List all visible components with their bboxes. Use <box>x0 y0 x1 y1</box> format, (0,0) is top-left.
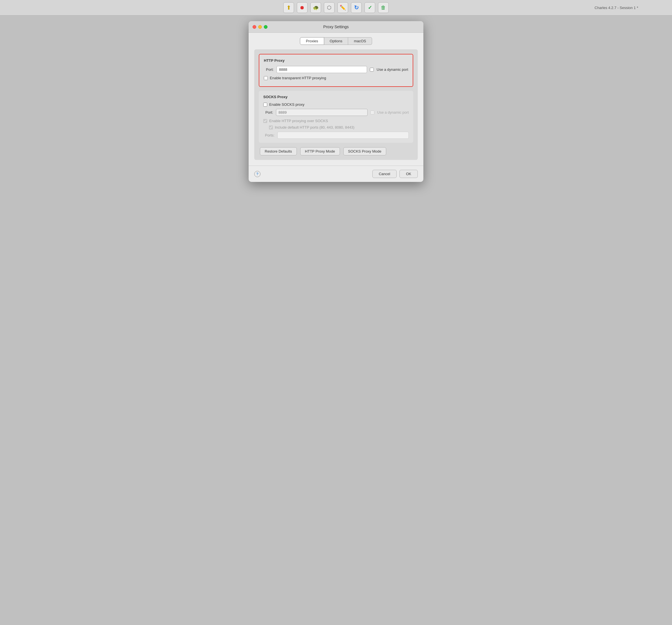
socks-port-label: Port: <box>263 110 273 115</box>
socks-proxy-section: SOCKS Proxy Enable SOCKS proxy Port: Use… <box>259 91 413 143</box>
http-transparent-label: Enable transparent HTTP proxying <box>270 76 326 80</box>
socks-http-over-socks-row: Enable HTTP proxying over SOCKS <box>263 119 409 123</box>
socks-http-over-socks-checkbox[interactable] <box>263 119 267 123</box>
dialog-titlebar: Proxy Settings <box>248 21 424 33</box>
socks-ports-input[interactable] <box>278 132 409 139</box>
socks-proxy-label: SOCKS Proxy <box>263 95 409 99</box>
throttle-button[interactable]: 🐢 <box>310 2 321 13</box>
socks-port-input[interactable] <box>276 109 367 116</box>
socks-dynamic-port-checkbox[interactable] <box>370 111 374 115</box>
window-controls <box>253 25 267 29</box>
window-maximize-button[interactable] <box>264 25 267 29</box>
tab-options[interactable]: Options <box>324 37 349 45</box>
socks-dynamic-port-label: Use a dynamic port <box>377 110 409 115</box>
http-dynamic-port-label: Use a dynamic port <box>377 67 408 72</box>
socks-enable-row: Enable SOCKS proxy <box>263 102 409 107</box>
footer-actions: Cancel OK <box>373 170 418 178</box>
http-transparent-row: Enable transparent HTTP proxying <box>264 76 408 80</box>
dialog-title: Proxy Settings <box>323 25 349 29</box>
http-port-label: Port: <box>264 67 274 72</box>
arrow-tool-button[interactable]: ⬆ <box>283 2 294 13</box>
socks-http-over-socks-label: Enable HTTP proxying over SOCKS <box>269 119 328 123</box>
record-button[interactable]: ⏺ <box>297 2 308 13</box>
content-area: HTTP Proxy Port: Use a dynamic port Enab… <box>254 49 418 160</box>
toolbar: Charles 4.2.7 - Session 1 * ⬆ ⏺ 🐢 ⬡ ✏️ ↻… <box>0 0 672 16</box>
socks-default-ports-row: Include default HTTP ports (80, 443, 808… <box>269 125 409 130</box>
socks-enable-label: Enable SOCKS proxy <box>269 102 305 107</box>
clear-button[interactable]: 🗑 <box>378 2 389 13</box>
action-button-row: Restore Defaults HTTP Proxy Mode SOCKS P… <box>259 147 413 155</box>
proxy-settings-dialog: Proxy Settings Proxies Options macOS HTT… <box>248 21 424 182</box>
dialog-body: Proxies Options macOS HTTP Proxy Port: U… <box>248 33 424 166</box>
socks-default-ports-checkbox[interactable] <box>269 125 273 130</box>
http-transparent-checkbox[interactable] <box>264 76 268 80</box>
http-port-row: Port: Use a dynamic port <box>264 66 408 73</box>
refresh-button[interactable]: ↻ <box>351 2 362 13</box>
restore-defaults-button[interactable]: Restore Defaults <box>260 147 297 155</box>
http-port-input[interactable] <box>277 66 367 73</box>
help-button[interactable]: ? <box>254 171 261 177</box>
check-button[interactable]: ✓ <box>364 2 375 13</box>
tab-macos[interactable]: macOS <box>348 37 372 45</box>
http-proxy-section: HTTP Proxy Port: Use a dynamic port Enab… <box>259 54 413 87</box>
tab-proxies[interactable]: Proxies <box>300 37 324 45</box>
socks-ports-row: Ports: <box>263 132 409 139</box>
http-proxy-mode-button[interactable]: HTTP Proxy Mode <box>300 147 340 155</box>
stop-button[interactable]: ⬡ <box>324 2 335 13</box>
ok-button[interactable]: OK <box>400 170 418 178</box>
socks-proxy-mode-button[interactable]: SOCKS Proxy Mode <box>343 147 386 155</box>
window-minimize-button[interactable] <box>258 25 262 29</box>
socks-default-ports-label: Include default HTTP ports (80, 443, 808… <box>275 125 354 130</box>
cancel-button[interactable]: Cancel <box>373 170 397 178</box>
http-proxy-label: HTTP Proxy <box>264 59 408 63</box>
edit-button[interactable]: ✏️ <box>337 2 348 13</box>
dialog-footer: ? Cancel OK <box>248 166 424 182</box>
toolbar-title: Charles 4.2.7 - Session 1 * <box>595 6 638 10</box>
tab-bar: Proxies Options macOS <box>254 37 418 45</box>
socks-enable-checkbox[interactable] <box>263 103 267 107</box>
socks-port-row: Port: Use a dynamic port <box>263 109 409 116</box>
socks-ports-label: Ports: <box>263 133 274 137</box>
window-close-button[interactable] <box>253 25 256 29</box>
http-dynamic-port-checkbox[interactable] <box>370 68 374 72</box>
